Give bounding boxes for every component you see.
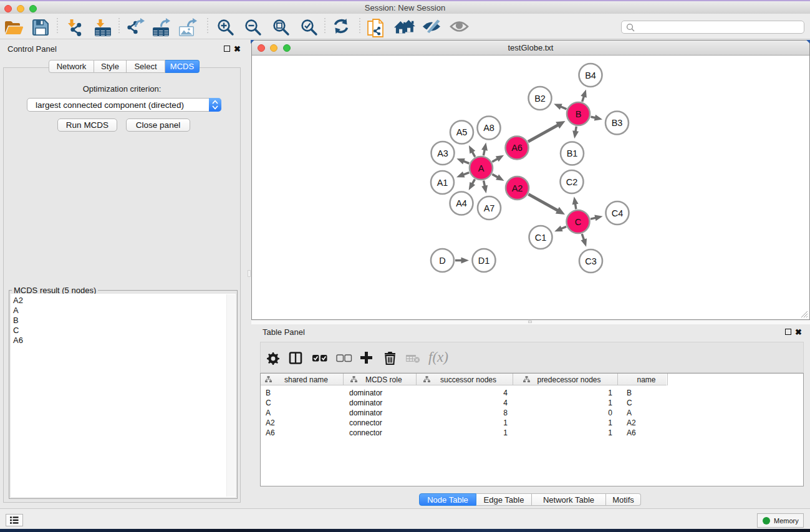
svg-text:B: B (576, 109, 582, 119)
svg-text:D1: D1 (478, 256, 490, 266)
svg-text:B2: B2 (534, 94, 546, 104)
svg-text:B4: B4 (585, 70, 596, 80)
svg-text:B3: B3 (612, 118, 623, 128)
svg-text:A5: A5 (456, 127, 468, 137)
svg-text:C3: C3 (585, 256, 597, 266)
svg-text:C1: C1 (535, 233, 547, 243)
svg-text:A8: A8 (483, 123, 494, 133)
svg-text:A3: A3 (437, 148, 448, 158)
svg-text:B1: B1 (567, 148, 578, 158)
svg-text:A7: A7 (484, 203, 495, 213)
svg-text:A6: A6 (511, 143, 523, 153)
svg-text:A: A (478, 163, 485, 173)
svg-text:D: D (439, 256, 445, 266)
svg-text:C4: C4 (612, 208, 624, 218)
svg-text:A1: A1 (437, 178, 448, 188)
svg-text:C2: C2 (566, 177, 578, 187)
svg-text:C: C (575, 217, 581, 227)
svg-text:A2: A2 (512, 183, 523, 193)
svg-text:A4: A4 (456, 198, 467, 208)
